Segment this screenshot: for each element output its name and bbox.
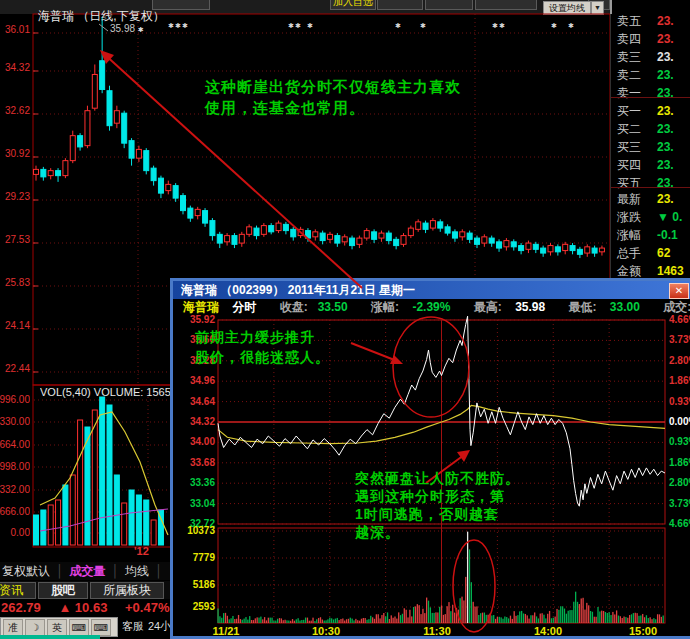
ex-rights-icon: ✱ [420,22,426,30]
intraday-price-label: 34.64 [175,396,215,407]
quote-row-value: 23. [657,13,674,30]
quote-row[interactable]: 卖三23. [611,49,690,66]
quote-row-value: 23. [657,85,674,102]
quote-row[interactable]: 卖五23. [611,13,690,30]
quote-row-label: 卖三 [617,49,641,66]
year-axis-label: '12 [134,545,149,557]
quote-row-label: 买三 [617,139,641,156]
quote-row-label: 卖二 [617,67,641,84]
intraday-price-label: 33.68 [175,457,215,468]
quote-row-value: 23. [657,67,674,84]
index-percent: +0.47% [111,600,169,615]
intraday-volume-label: 7779 [175,552,215,563]
peak-price-label: 35.98 ✱ [110,23,144,34]
ex-rights-icon: ✱ [307,22,313,30]
quote-row-value: ▼ 0. [657,209,682,226]
stock-name: 海普瑞 [183,300,219,314]
quote-row[interactable]: 总手62 [611,245,690,262]
intraday-annotation-1: 前期主力缓步推升 股价，很能迷惑人。 [195,327,330,367]
price-axis-label: 24.14 [0,320,30,331]
ime-toolbar: 准☽英⌨⌨ [0,617,118,637]
tab-volume[interactable]: 成交量 [70,564,106,578]
ime-button[interactable]: 准 [3,619,23,636]
ex-rights-icon: ✱ [168,22,174,30]
quote-row[interactable]: 卖一23. [611,85,690,102]
ime-button[interactable]: ⌨ [69,619,89,636]
popup-title-bar[interactable]: 海普瑞 （002399） 2011年11月21日 星期一 [173,281,690,299]
time-axis-label[interactable]: 11/21 [213,625,240,637]
close-icon[interactable]: ✕ [669,283,689,299]
quote-row-value: 23. [657,121,674,138]
ex-rights-icon: ✱ [395,22,401,30]
quote-row[interactable]: 买四23. [611,157,690,174]
volume-axis-label: 0.00 [0,527,30,538]
time-axis-label[interactable]: 11:30 [423,625,451,637]
quote-row-label: 卖四 [617,31,641,48]
sector-button[interactable]: 所属板块 [90,582,164,599]
quote-row[interactable]: 买二23. [611,121,690,138]
quote-row-value: 23. [657,157,674,174]
quote-row[interactable]: 涨幅-0.1 [611,227,690,244]
service-link[interactable]: 客服 [122,619,144,634]
intraday-percent-label: 0.93% [669,436,690,447]
scrollbar-notch [610,0,612,14]
ex-rights-icon: ✱ [288,22,294,30]
ex-rights-icon: ✱ [175,22,181,30]
daily-annotation: 这种断崖出货分时不仅短线主力喜欢 使用，连基金也常用。 [205,76,535,118]
intraday-price-label: 33.36 [175,477,215,488]
volume-label: 成交:8747368 [653,300,690,314]
quote-row-value: 23. [657,175,674,192]
quote-row[interactable]: 卖四23. [611,31,690,48]
quote-row[interactable]: 卖二23. [611,67,690,84]
intraday-volume-label: 10373 [175,525,215,536]
time-axis-label[interactable]: 15:00 [629,625,657,637]
quote-row[interactable]: 最新23. [611,191,690,208]
volume-axis-label: 6664.00 [0,439,30,450]
intraday-percent-label: 0.00% [669,416,690,427]
taskbar-strip [0,635,100,639]
quote-row-value: 23. [657,139,674,156]
forum-button[interactable]: 股吧 [38,582,88,599]
mode-label: 分时 [232,300,256,314]
quote-row-label: 总手 [617,245,641,262]
ime-button[interactable]: ⌨ [91,619,111,636]
price-axis-label: 25.83 [0,277,30,288]
ime-button[interactable]: 英 [47,619,67,636]
ime-button[interactable]: ☽ [25,619,45,636]
low-label: 最低: 33.00 [559,300,640,314]
quote-row-value: -0.1 [657,227,678,244]
close-label: 收盘:33.50 [270,300,348,314]
intraday-price-label: 33.04 [175,498,215,509]
stock-app-window: 加入自选 设置均线 ▼ 海普瑞 （日线,下复权） 35.98 ✱ 这种断崖出货分… [0,0,690,639]
index-value: 262.79 [0,600,41,615]
tab-restore-default[interactable]: 复权默认 [0,564,50,578]
time-axis-label[interactable]: 14:00 [534,625,562,637]
ex-rights-icon: ✱ [568,22,574,30]
hours-label: 24小时 [148,619,170,634]
intraday-annotation-2: 突然砸盘让人防不胜防。 遇到这种分时形态，第 1时间逃跑，否则越套 越深。 [355,469,520,541]
intraday-price-label: 34.32 [175,416,215,427]
quote-sidebar: 卖五23.卖四23.卖三23.卖二23.卖一23.买一23.买二23.买三23.… [610,0,690,278]
quote-row-value: 23. [657,191,674,208]
volume-axis-label: 8330.00 [0,416,30,427]
quote-row-label: 买四 [617,157,641,174]
volume-axis-label: 9996.00 [0,394,30,405]
news-button[interactable]: 资讯 [0,582,36,599]
popup-info-row: 海普瑞 分时 收盘:33.50 涨幅: -2.39% 最高: 35.98 最低:… [173,299,690,316]
quote-row[interactable]: 买三23. [611,139,690,156]
price-axis-label: 32.62 [0,105,30,116]
volume-axis-label: 3332.00 [0,484,30,495]
index-change: ▲ 10.63 [44,600,107,615]
intraday-volume-label: 2593 [175,601,215,612]
volume-axis-label: 4998.00 [0,461,30,472]
quote-row[interactable]: 涨跌▼ 0. [611,209,690,226]
time-axis-label[interactable]: 10:30 [312,625,340,637]
quote-row-value: 23. [657,49,674,66]
quote-row[interactable]: 买一23. [611,103,690,120]
quote-row-value: 62 [657,245,670,262]
volume-axis-label: 1666.00 [0,506,30,517]
sidebar-divider [611,97,690,98]
quote-row[interactable]: 买五23. [611,175,690,192]
intraday-percent-label: 4.66% [669,518,690,529]
tab-ma[interactable]: 均线 [125,564,149,578]
